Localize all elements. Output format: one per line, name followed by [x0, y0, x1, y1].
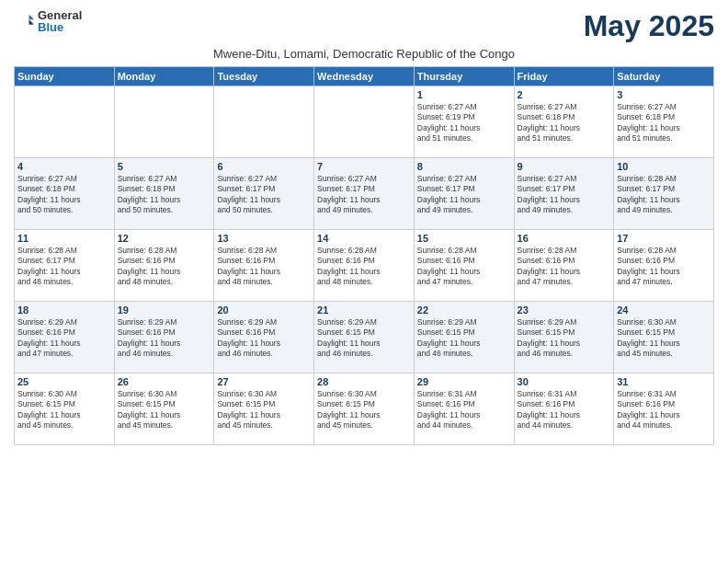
- table-cell: 17Sunrise: 6:28 AM Sunset: 6:16 PM Dayli…: [614, 230, 714, 302]
- table-cell: 27Sunrise: 6:30 AM Sunset: 6:15 PM Dayli…: [214, 373, 314, 445]
- day-number: 15: [417, 233, 511, 244]
- table-cell: 15Sunrise: 6:28 AM Sunset: 6:16 PM Dayli…: [414, 230, 514, 302]
- table-cell: 30Sunrise: 6:31 AM Sunset: 6:16 PM Dayli…: [514, 373, 614, 445]
- day-info: Sunrise: 6:30 AM Sunset: 6:15 PM Dayligh…: [118, 389, 211, 431]
- table-cell: 22Sunrise: 6:29 AM Sunset: 6:15 PM Dayli…: [414, 302, 514, 373]
- table-cell: 4Sunrise: 6:27 AM Sunset: 6:18 PM Daylig…: [15, 158, 115, 230]
- header: General Blue May 2025: [14, 9, 714, 43]
- calendar-week-2: 4Sunrise: 6:27 AM Sunset: 6:18 PM Daylig…: [15, 158, 714, 230]
- col-saturday: Saturday: [614, 67, 714, 86]
- table-cell: 16Sunrise: 6:28 AM Sunset: 6:16 PM Dayli…: [514, 230, 614, 302]
- table-cell: 1Sunrise: 6:27 AM Sunset: 6:19 PM Daylig…: [414, 86, 514, 158]
- day-info: Sunrise: 6:28 AM Sunset: 6:16 PM Dayligh…: [217, 246, 311, 288]
- calendar-week-4: 18Sunrise: 6:29 AM Sunset: 6:16 PM Dayli…: [15, 302, 714, 373]
- day-number: 17: [617, 233, 711, 244]
- day-info: Sunrise: 6:29 AM Sunset: 6:15 PM Dayligh…: [518, 317, 611, 360]
- day-number: 14: [317, 233, 411, 244]
- day-number: 18: [17, 304, 111, 316]
- day-info: Sunrise: 6:29 AM Sunset: 6:16 PM Dayligh…: [17, 317, 111, 360]
- table-cell: [15, 86, 115, 158]
- table-cell: 24Sunrise: 6:30 AM Sunset: 6:15 PM Dayli…: [614, 302, 714, 373]
- table-cell: 7Sunrise: 6:27 AM Sunset: 6:17 PM Daylig…: [314, 158, 415, 230]
- table-cell: 6Sunrise: 6:27 AM Sunset: 6:17 PM Daylig…: [214, 158, 314, 230]
- day-number: 31: [617, 376, 711, 387]
- day-info: Sunrise: 6:28 AM Sunset: 6:16 PM Dayligh…: [118, 246, 211, 288]
- day-number: 28: [317, 376, 411, 387]
- col-friday: Friday: [514, 67, 614, 86]
- day-number: 3: [617, 89, 711, 100]
- day-number: 27: [217, 376, 311, 387]
- calendar-week-5: 25Sunrise: 6:30 AM Sunset: 6:15 PM Dayli…: [15, 373, 714, 445]
- table-cell: 18Sunrise: 6:29 AM Sunset: 6:16 PM Dayli…: [15, 302, 115, 373]
- svg-marker-0: [29, 15, 35, 20]
- table-cell: 12Sunrise: 6:28 AM Sunset: 6:16 PM Dayli…: [114, 230, 214, 302]
- col-tuesday: Tuesday: [214, 67, 314, 86]
- logo-icon: [14, 11, 34, 31]
- day-info: Sunrise: 6:27 AM Sunset: 6:18 PM Dayligh…: [617, 102, 711, 144]
- day-info: Sunrise: 6:30 AM Sunset: 6:15 PM Dayligh…: [217, 389, 311, 431]
- day-number: 26: [118, 376, 211, 387]
- month-title: May 2025: [584, 9, 714, 43]
- day-number: 8: [417, 161, 511, 172]
- day-info: Sunrise: 6:27 AM Sunset: 6:17 PM Dayligh…: [317, 174, 411, 216]
- table-cell: 25Sunrise: 6:30 AM Sunset: 6:15 PM Dayli…: [15, 373, 115, 445]
- calendar: Sunday Monday Tuesday Wednesday Thursday…: [14, 66, 714, 445]
- day-number: 24: [617, 304, 711, 316]
- day-number: 30: [518, 376, 611, 387]
- day-number: 6: [217, 161, 311, 172]
- table-cell: 14Sunrise: 6:28 AM Sunset: 6:16 PM Dayli…: [314, 230, 415, 302]
- day-info: Sunrise: 6:31 AM Sunset: 6:16 PM Dayligh…: [617, 389, 711, 431]
- logo-text: General Blue: [38, 9, 82, 33]
- day-info: Sunrise: 6:30 AM Sunset: 6:15 PM Dayligh…: [617, 317, 711, 360]
- table-cell: 9Sunrise: 6:27 AM Sunset: 6:17 PM Daylig…: [514, 158, 614, 230]
- table-cell: 26Sunrise: 6:30 AM Sunset: 6:15 PM Dayli…: [114, 373, 214, 445]
- day-info: Sunrise: 6:31 AM Sunset: 6:16 PM Dayligh…: [518, 389, 611, 431]
- day-info: Sunrise: 6:30 AM Sunset: 6:15 PM Dayligh…: [317, 389, 411, 431]
- day-info: Sunrise: 6:29 AM Sunset: 6:15 PM Dayligh…: [417, 317, 511, 360]
- day-info: Sunrise: 6:28 AM Sunset: 6:17 PM Dayligh…: [17, 246, 111, 288]
- day-number: 9: [518, 161, 611, 172]
- table-cell: [214, 86, 314, 158]
- day-number: 20: [217, 304, 311, 316]
- day-info: Sunrise: 6:27 AM Sunset: 6:17 PM Dayligh…: [217, 174, 311, 216]
- day-number: 1: [417, 89, 511, 100]
- day-number: 23: [518, 304, 611, 316]
- table-cell: 31Sunrise: 6:31 AM Sunset: 6:16 PM Dayli…: [614, 373, 714, 445]
- day-info: Sunrise: 6:28 AM Sunset: 6:16 PM Dayligh…: [417, 246, 511, 288]
- calendar-week-1: 1Sunrise: 6:27 AM Sunset: 6:19 PM Daylig…: [15, 86, 714, 158]
- logo-blue: Blue: [38, 21, 82, 33]
- day-number: 29: [417, 376, 511, 387]
- day-number: 11: [17, 233, 111, 244]
- table-cell: 2Sunrise: 6:27 AM Sunset: 6:18 PM Daylig…: [514, 86, 614, 158]
- day-info: Sunrise: 6:29 AM Sunset: 6:16 PM Dayligh…: [217, 317, 311, 360]
- day-number: 21: [317, 304, 411, 316]
- day-info: Sunrise: 6:27 AM Sunset: 6:18 PM Dayligh…: [518, 102, 611, 144]
- table-cell: 3Sunrise: 6:27 AM Sunset: 6:18 PM Daylig…: [614, 86, 714, 158]
- day-number: 13: [217, 233, 311, 244]
- day-number: 16: [518, 233, 611, 244]
- table-cell: 11Sunrise: 6:28 AM Sunset: 6:17 PM Dayli…: [15, 230, 115, 302]
- logo: General Blue: [14, 9, 82, 33]
- day-info: Sunrise: 6:28 AM Sunset: 6:16 PM Dayligh…: [617, 246, 711, 288]
- day-info: Sunrise: 6:29 AM Sunset: 6:16 PM Dayligh…: [118, 317, 211, 360]
- table-cell: 28Sunrise: 6:30 AM Sunset: 6:15 PM Dayli…: [314, 373, 415, 445]
- day-number: 10: [617, 161, 711, 172]
- day-info: Sunrise: 6:27 AM Sunset: 6:17 PM Dayligh…: [518, 174, 611, 216]
- day-number: 19: [118, 304, 211, 316]
- calendar-week-3: 11Sunrise: 6:28 AM Sunset: 6:17 PM Dayli…: [15, 230, 714, 302]
- page: General Blue May 2025 Mwene-Ditu, Lomami…: [0, 0, 728, 563]
- table-cell: 5Sunrise: 6:27 AM Sunset: 6:18 PM Daylig…: [114, 158, 214, 230]
- day-number: 25: [17, 376, 111, 387]
- day-number: 4: [17, 161, 111, 172]
- table-cell: 19Sunrise: 6:29 AM Sunset: 6:16 PM Dayli…: [114, 302, 214, 373]
- col-thursday: Thursday: [414, 67, 514, 86]
- day-info: Sunrise: 6:27 AM Sunset: 6:18 PM Dayligh…: [17, 174, 111, 216]
- table-cell: 8Sunrise: 6:27 AM Sunset: 6:17 PM Daylig…: [414, 158, 514, 230]
- day-info: Sunrise: 6:31 AM Sunset: 6:16 PM Dayligh…: [417, 389, 511, 431]
- table-cell: 29Sunrise: 6:31 AM Sunset: 6:16 PM Dayli…: [414, 373, 514, 445]
- col-wednesday: Wednesday: [314, 67, 415, 86]
- day-number: 22: [417, 304, 511, 316]
- table-cell: 23Sunrise: 6:29 AM Sunset: 6:15 PM Dayli…: [514, 302, 614, 373]
- table-cell: 13Sunrise: 6:28 AM Sunset: 6:16 PM Dayli…: [214, 230, 314, 302]
- day-info: Sunrise: 6:27 AM Sunset: 6:18 PM Dayligh…: [118, 174, 211, 216]
